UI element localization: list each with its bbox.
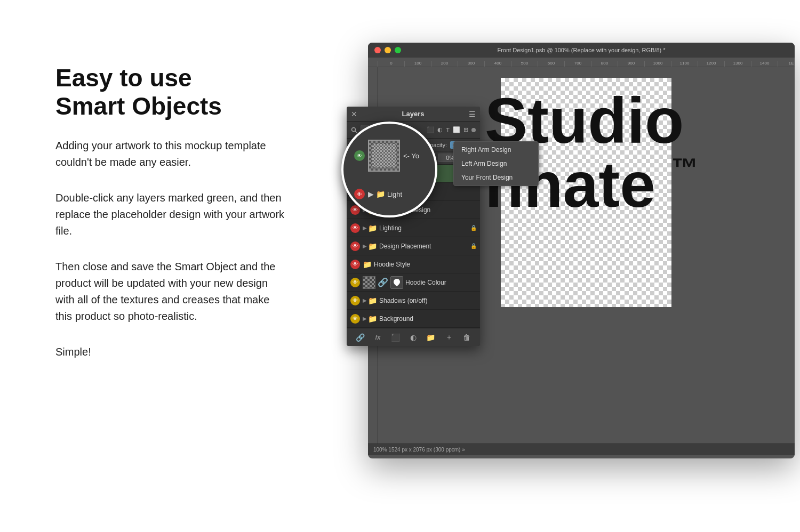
layer-thumb-hoodie-colour [363, 276, 375, 289]
layer-name-hoodie-style: Hoodie Style [374, 261, 477, 268]
layer-row-hoodie-style[interactable]: 👁 📁 Hoodie Style [347, 255, 480, 273]
lock-icon-design-placement: 🔒 [470, 243, 477, 249]
new-group-button[interactable]: 📁 [426, 333, 435, 342]
ruler-900: 900 [618, 61, 644, 67]
ruler-1e: 1E [778, 61, 795, 67]
top-ruler: 0 100 200 300 400 500 600 700 800 900 10… [368, 58, 795, 67]
panel-close-icon[interactable]: ✕ [351, 110, 357, 118]
layer-row-lighting[interactable]: 👁 ▶ 📁 Lighting 🔒 [347, 219, 480, 237]
ps-statusbar: 100% 1524 px x 2076 px (300 ppcm) » [368, 444, 795, 455]
paragraph-3: Then close and save the Smart Object and… [55, 259, 285, 325]
paragraph-4: Simple! [55, 344, 285, 360]
folder-icon-background: 📁 [368, 315, 377, 323]
context-menu: Right Arm Design Left Arm Design Your Fr… [453, 141, 539, 186]
layer-name-background: Background [379, 315, 477, 323]
ruler-600: 600 [538, 61, 564, 67]
link-layer-button[interactable]: 🔗 [356, 333, 365, 342]
tooltip-item-front-design[interactable]: Your Front Design [454, 171, 538, 184]
layer-row-design-placement[interactable]: 👁 ▶ 📁 Design Placement 🔒 [347, 237, 480, 255]
left-section: Easy to use Smart Objects Adding your ar… [55, 64, 285, 380]
ruler-1200: 1200 [698, 61, 724, 67]
magnifier-arrow-bottom: ▶ [368, 190, 374, 198]
lock-icon-lighting: 🔒 [470, 225, 477, 231]
expand-arrow-design-placement[interactable]: ▶ [363, 243, 367, 249]
magnifier-eye-top: 👁 [354, 150, 365, 161]
title-line1: Easy to use [55, 64, 192, 92]
layers-panel-title: Layers [402, 110, 425, 118]
close-button[interactable] [374, 47, 381, 53]
magnifier-label-top: <- Yo [403, 152, 419, 160]
magnifier-label-bottom: Light [387, 190, 402, 198]
smart-filter-icon[interactable]: ⊞ [463, 126, 468, 133]
expand-arrow-shadows[interactable]: ▶ [363, 297, 367, 303]
filter-toggle-dot[interactable] [471, 128, 476, 132]
link-icon-hoodie-colour: 🔗 [378, 277, 388, 287]
ruler-1300: 1300 [724, 61, 751, 67]
ruler-800: 800 [591, 61, 618, 67]
right-section: Front Design1.psb @ 100% (Replace with y… [347, 43, 800, 501]
tooltip-item-left-arm[interactable]: Left Arm Design [454, 157, 538, 171]
main-title: Easy to use Smart Objects [55, 64, 285, 120]
folder-icon-hoodie-style: 📁 [363, 260, 372, 269]
layer-row-shadows[interactable]: 👁 ▶ 📁 Shadows (on/off) [347, 292, 480, 310]
ruler-700: 700 [564, 61, 591, 67]
layers-bottom-toolbar: 🔗 fx ⬛ ◐ 📁 ＋ 🗑 [347, 328, 480, 346]
maximize-button[interactable] [395, 47, 401, 53]
minimize-button[interactable] [385, 47, 391, 53]
eye-icon-design-placement[interactable]: 👁 [350, 241, 361, 252]
folder-icon-shadows: 📁 [368, 296, 377, 305]
paragraph-2: Double-click any layers marked green, an… [55, 190, 285, 239]
add-mask-button[interactable]: ⬛ [391, 333, 400, 342]
ruler-300: 300 [458, 61, 484, 67]
magnifier-content: 👁 <- Yo 👁 ▶ 📁 Light [343, 124, 435, 215]
eye-icon-hoodie-colour[interactable]: 👁 [350, 277, 361, 288]
ruler-1100: 1100 [671, 61, 698, 67]
ruler-marks: 0 100 200 300 400 500 600 700 800 900 10… [378, 58, 795, 67]
layer-name-hoodie-colour: Hoodie Colour [405, 279, 477, 286]
magnifier-thumb-top [368, 140, 400, 172]
add-adjustment-button[interactable]: ◐ [410, 333, 417, 342]
ps-titlebar: Front Design1.psb @ 100% (Replace with y… [368, 43, 795, 58]
magnifier-folder-bottom: 📁 [376, 190, 385, 198]
paragraph-1: Adding your artwork to this mockup templ… [55, 138, 285, 171]
layer-name-lighting: Lighting [379, 224, 470, 232]
type-filter-icon[interactable]: T [446, 127, 450, 133]
adjustment-filter-icon[interactable]: ◐ [437, 126, 443, 133]
expand-arrow-lighting[interactable]: ▶ [363, 225, 367, 231]
layer-row-background[interactable]: 👁 ▶ 📁 Background [347, 310, 480, 328]
ruler-200: 200 [431, 61, 458, 67]
ruler-400: 400 [484, 61, 511, 67]
eye-icon-shadows[interactable]: 👁 [350, 295, 361, 306]
ruler-100: 100 [404, 61, 431, 67]
traffic-lights [374, 47, 401, 53]
eye-icon-lighting[interactable]: 👁 [350, 223, 361, 233]
layers-panel-header: ✕ Layers ☰ [347, 107, 480, 122]
status-text: 100% 1524 px x 2076 px (300 ppcm) » [373, 447, 465, 453]
new-layer-button[interactable]: ＋ [445, 333, 453, 342]
window-title: Front Design1.psb @ 100% (Replace with y… [497, 47, 665, 53]
shape-filter-icon[interactable]: ⬜ [453, 126, 460, 133]
delete-layer-button[interactable]: 🗑 [463, 333, 470, 342]
ruler-1000: 1000 [644, 61, 671, 67]
eye-icon-hoodie-style[interactable]: 👁 [350, 259, 361, 270]
folder-icon-lighting: 📁 [368, 224, 377, 232]
fx-button[interactable]: fx [375, 333, 380, 341]
ruler-0: 0 [378, 61, 404, 67]
title-line2: Smart Objects [55, 92, 222, 120]
layer-name-shadows: Shadows (on/off) [379, 297, 477, 304]
magnifier-eye-bottom: 👁 [354, 189, 365, 199]
panel-menu-icon[interactable]: ☰ [469, 110, 476, 118]
folder-icon-design-placement: 📁 [368, 242, 377, 251]
doc-canvas: Studio nnate ™ [501, 78, 671, 307]
layer-name-design-placement: Design Placement [379, 243, 470, 250]
eye-icon-background[interactable]: 👁 [350, 313, 361, 324]
tooltip-item-right-arm[interactable]: Right Arm Design [454, 143, 538, 157]
ruler-1400: 1400 [751, 61, 778, 67]
colour-swatch-hoodie [390, 276, 403, 289]
expand-arrow-background[interactable]: ▶ [363, 316, 367, 321]
ruler-500: 500 [511, 61, 538, 67]
doc-tm-text: ™ [671, 152, 698, 183]
magnifier-circle: 👁 <- Yo 👁 ▶ 📁 Light [341, 122, 437, 217]
layer-row-hoodie-colour[interactable]: 👁 🔗 Hoodie Colour [347, 273, 480, 292]
